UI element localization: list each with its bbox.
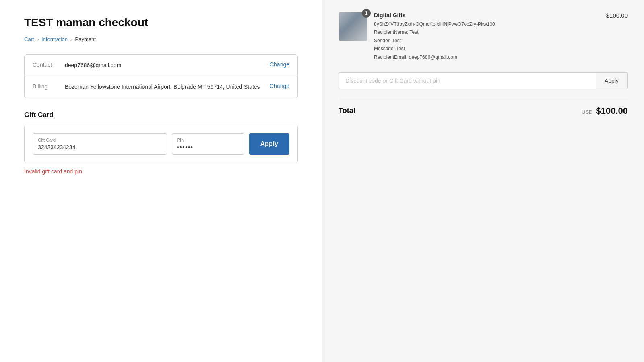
product-recipient-email: RecipientEmail: deep7686@gmail.com — [374, 53, 600, 61]
gift-card-input-wrapper: Gift Card — [33, 133, 167, 155]
contact-change-link[interactable]: Change — [270, 61, 289, 68]
total-label: Total — [339, 107, 355, 115]
discount-input[interactable] — [339, 72, 596, 89]
product-code: 8yShZ4VT3byZxth-OQmcKpjxIHNjPweO7voZry-P… — [374, 20, 600, 28]
product-sender: Sender: Test — [374, 37, 600, 45]
total-currency: USD — [582, 109, 592, 115]
gift-card-section-title: Gift Card — [24, 111, 298, 119]
product-message: Message: Test — [374, 45, 600, 53]
breadcrumb-sep2: > — [70, 37, 72, 42]
total-value-wrapper: USD $100.00 — [582, 106, 628, 116]
discount-row: Apply — [339, 72, 628, 89]
billing-value: Bozeman Yellowstone International Airpor… — [65, 83, 270, 91]
breadcrumb: Cart > Information > Payment — [24, 36, 298, 42]
contact-row: Contact deep7686@gmail.com Change — [25, 55, 297, 76]
product-image-wrapper: 1 — [339, 12, 367, 41]
billing-label: Billing — [33, 83, 65, 90]
gift-card-input-label: Gift Card — [38, 138, 162, 142]
breadcrumb-information[interactable]: Information — [41, 36, 68, 42]
info-card: Contact deep7686@gmail.com Change Billin… — [24, 54, 298, 98]
breadcrumb-payment: Payment — [75, 36, 95, 42]
product-name: Digital Gifts — [374, 12, 600, 19]
gift-card-container: Gift Card PIN Apply — [24, 125, 298, 163]
product-price: $100.00 — [606, 12, 628, 19]
product-recipient: RecipientName: Test — [374, 28, 600, 36]
pin-input-wrapper: PIN — [172, 133, 244, 155]
pin-input-label: PIN — [177, 138, 239, 142]
store-title: TEST maman checkout — [24, 16, 298, 29]
contact-label: Contact — [33, 61, 65, 68]
product-item: 1 Digital Gifts 8yShZ4VT3byZxth-OQmcKpjx… — [339, 12, 628, 61]
gift-card-error: Invalid gift card and pin. — [24, 168, 298, 175]
gift-card-fields: Gift Card PIN Apply — [33, 133, 289, 155]
billing-change-link[interactable]: Change — [270, 83, 289, 89]
product-badge: 1 — [362, 9, 371, 18]
breadcrumb-cart[interactable]: Cart — [24, 36, 34, 42]
discount-apply-button[interactable]: Apply — [596, 72, 628, 89]
total-row: Total USD $100.00 — [339, 99, 628, 116]
left-panel: TEST maman checkout Cart > Information >… — [0, 0, 322, 362]
total-amount: $100.00 — [596, 106, 628, 116]
billing-row: Billing Bozeman Yellowstone Internationa… — [25, 76, 297, 98]
right-panel: 1 Digital Gifts 8yShZ4VT3byZxth-OQmcKpjx… — [322, 0, 644, 362]
contact-value: deep7686@gmail.com — [65, 61, 270, 70]
gift-card-input[interactable] — [38, 144, 162, 150]
gift-card-apply-button[interactable]: Apply — [249, 133, 289, 155]
breadcrumb-sep1: > — [37, 37, 39, 42]
pin-input[interactable] — [177, 144, 239, 150]
product-details: Digital Gifts 8yShZ4VT3byZxth-OQmcKpjxIH… — [374, 12, 600, 61]
product-image-placeholder — [339, 12, 367, 41]
